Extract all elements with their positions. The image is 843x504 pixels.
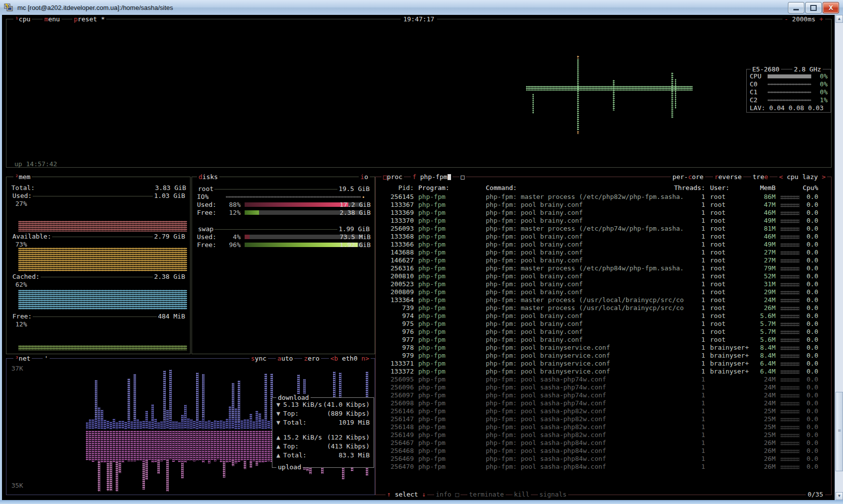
process-row[interactable]: 975php-fpmphp-fpm: pool brainy.conf1root…: [376, 320, 830, 328]
disks-box-label[interactable]: disks: [197, 173, 219, 181]
interface-switcher[interactable]: <b eth0 n>: [329, 355, 371, 363]
graph-dots: [532, 94, 534, 114]
process-row[interactable]: 256097php-fpmphp-fpm: pool sasha-php74w.…: [376, 391, 830, 399]
sync-toggle[interactable]: sync: [250, 355, 268, 363]
process-row[interactable]: 256468php-fpmphp-fpm: pool sasha-php84w.…: [376, 447, 830, 455]
process-command: php-fpm: pool sasha-php84w.conf: [486, 439, 700, 447]
sort-right-arrow[interactable]: >: [822, 173, 826, 181]
process-row[interactable]: 977php-fpmphp-fpm: pool brainy.conf1root…: [376, 336, 830, 344]
kill-button[interactable]: kill: [513, 491, 531, 499]
tree-toggle[interactable]: tree: [751, 173, 770, 181]
process-row[interactable]: 974php-fpmphp-fpm: pool brainy.conf1root…: [376, 312, 830, 320]
process-user: root: [710, 320, 725, 328]
process-row[interactable]: 256096php-fpmphp-fpm: pool sasha-php74w.…: [376, 383, 830, 391]
process-mem-graph: [780, 426, 799, 430]
disk-swap-free-row: Free:96% 1.92 GiB: [197, 241, 371, 249]
terminate-button[interactable]: terminate: [467, 491, 505, 499]
graph-dots: [116, 431, 118, 461]
title-bar[interactable]: mc [root@a202.itdeveloper.com.ua]:/home/…: [0, 0, 843, 15]
mem-box-label[interactable]: ²mem: [13, 173, 32, 181]
process-program: php-fpm: [418, 360, 446, 368]
process-threads: 1: [673, 217, 705, 225]
process-row[interactable]: 256149php-fpmphp-fpm: pool sasha-php82w.…: [376, 431, 830, 439]
process-row[interactable]: 979php-fpmphp-fpm: pool brainyservice.co…: [376, 352, 830, 360]
signals-button[interactable]: signals: [538, 491, 568, 499]
graph-dots: [247, 431, 249, 460]
process-user: root: [710, 328, 725, 336]
graph-dots: [613, 80, 615, 111]
auto-toggle[interactable]: auto: [276, 355, 294, 363]
process-row[interactable]: 200809php-fpmphp-fpm: pool brainy.conf1r…: [376, 288, 830, 296]
process-row[interactable]: 133370php-fpmphp-fpm: pool brainy.conf1r…: [376, 217, 830, 225]
graph-dots: [166, 410, 169, 419]
graph-dots: [128, 378, 130, 421]
process-mem-graph: [780, 219, 799, 223]
putty-window: mc [root@a202.itdeveloper.com.ua]:/home/…: [0, 0, 843, 504]
close-button[interactable]: X: [823, 2, 839, 13]
process-mem: 24M: [746, 399, 776, 407]
download-arrow-icon: ▼: [276, 419, 280, 427]
process-row[interactable]: 133367php-fpmphp-fpm: pool brainy.conf1r…: [376, 201, 830, 209]
process-threads: 1: [673, 249, 705, 256]
process-row[interactable]: 256146php-fpmphp-fpm: pool sasha-php82w.…: [376, 407, 830, 415]
graph-dots: [250, 414, 252, 420]
info-button[interactable]: info □: [434, 491, 460, 499]
graph-dots: [166, 431, 169, 459]
graph-dots: [122, 421, 124, 429]
process-row[interactable]: 143688php-fpmphp-fpm: pool brainy.conf1r…: [376, 249, 830, 256]
process-row[interactable]: 256095php-fpmphp-fpm: pool sasha-php74w.…: [376, 376, 830, 383]
process-row[interactable]: 976php-fpmphp-fpm: pool brainy.conf1root…: [376, 328, 830, 336]
proc-box-label[interactable]: □proc: [382, 173, 404, 181]
process-row[interactable]: 256098php-fpmphp-fpm: pool sasha-php74w.…: [376, 399, 830, 407]
process-mem-graph: [780, 362, 799, 366]
scroll-down-button[interactable]: ▼: [836, 492, 843, 500]
process-row[interactable]: 256469php-fpmphp-fpm: pool sasha-php84w.…: [376, 455, 830, 463]
sort-left-arrow[interactable]: <: [779, 173, 783, 181]
process-row[interactable]: 256093php-fpmphp-fpm: master process (/e…: [376, 225, 830, 233]
process-row[interactable]: 133364php-fpmphp-fpm: master process (/u…: [376, 296, 830, 304]
graph-dots: [95, 380, 97, 419]
maximize-button[interactable]: [805, 2, 822, 13]
scrollbar[interactable]: ▲ ▼: [835, 15, 843, 500]
process-row[interactable]: 133372php-fpmphp-fpm: pool brainyservice…: [376, 368, 830, 376]
process-row[interactable]: 739php-fpmphp-fpm: master process (/usr/…: [376, 304, 830, 312]
net-box-label[interactable]: ³net: [13, 355, 32, 363]
graph-dots: [223, 461, 225, 477]
graph-dots: [142, 431, 145, 463]
process-user: root: [710, 304, 725, 312]
process-row[interactable]: 133366php-fpmphp-fpm: pool brainy.conf1r…: [376, 241, 830, 249]
process-row[interactable]: 133371php-fpmphp-fpm: pool brainyservice…: [376, 360, 830, 368]
filter-clear-button[interactable]: □: [459, 173, 466, 181]
process-row[interactable]: 200523php-fpmphp-fpm: pool brainy.conf1r…: [376, 280, 830, 288]
per-core-toggle[interactable]: per-core: [671, 173, 705, 181]
process-row[interactable]: 256467php-fpmphp-fpm: pool sasha-php84w.…: [376, 439, 830, 447]
net-sub-toggle[interactable]: ': [43, 355, 50, 363]
process-row[interactable]: 146627php-fpmphp-fpm: pool brainy.conf1r…: [376, 256, 830, 264]
scrollbar-thumb[interactable]: [836, 392, 843, 471]
process-mem: 47M: [746, 201, 776, 209]
process-row[interactable]: 133368php-fpmphp-fpm: pool brainy.conf1r…: [376, 233, 830, 241]
process-row[interactable]: 133369php-fpmphp-fpm: pool brainy.conf1r…: [376, 209, 830, 217]
process-row[interactable]: 256316php-fpmphp-fpm: master process (/e…: [376, 264, 830, 272]
sort-selector[interactable]: < cpu lazy >: [778, 173, 827, 181]
upload-arrow-icon: ▲: [276, 434, 280, 441]
graph-dots: [95, 431, 97, 461]
process-program: php-fpm: [418, 241, 446, 249]
scroll-up-button[interactable]: ▲: [836, 15, 843, 23]
process-row[interactable]: 256145php-fpmphp-fpm: master process (/e…: [376, 193, 830, 201]
zero-toggle[interactable]: zero: [302, 355, 321, 363]
core2-graph: [768, 99, 811, 101]
graph-dots: [154, 419, 157, 429]
select-control[interactable]: ↑ select ↓: [386, 491, 427, 499]
graph-dots: [259, 431, 261, 463]
process-row[interactable]: 256148php-fpmphp-fpm: pool sasha-php82w.…: [376, 423, 830, 431]
process-row[interactable]: 256147php-fpmphp-fpm: pool sasha-php82w.…: [376, 415, 830, 423]
process-row[interactable]: 978php-fpmphp-fpm: pool brainyservice.co…: [376, 344, 830, 352]
minimize-button[interactable]: [788, 2, 804, 13]
process-row[interactable]: 200810php-fpmphp-fpm: pool brainy.conf1r…: [376, 272, 830, 280]
process-filter-input[interactable]: f php-fpm: [411, 173, 452, 181]
process-row[interactable]: 256470php-fpmphp-fpm: pool sasha-php84w.…: [376, 463, 830, 471]
reverse-toggle[interactable]: reverse: [713, 173, 743, 181]
io-toggle[interactable]: io: [359, 173, 370, 181]
process-pid: 133369: [386, 209, 414, 217]
